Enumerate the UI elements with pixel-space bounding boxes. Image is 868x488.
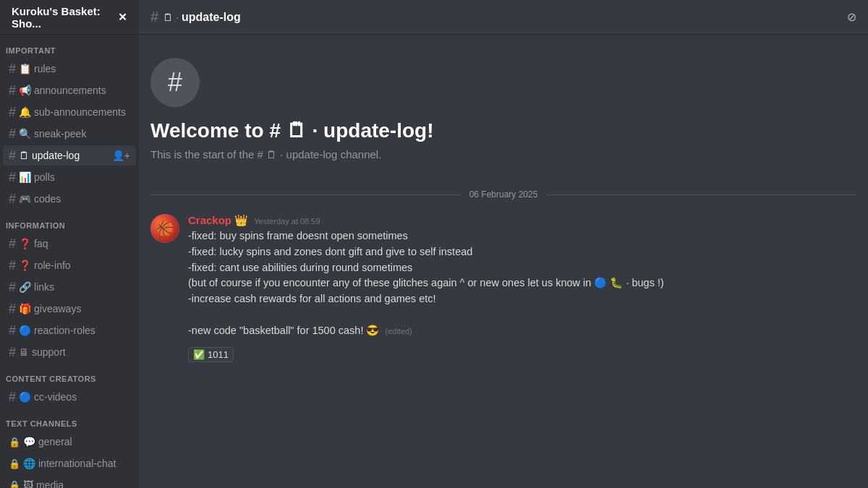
message-author: Crackop 👑 [188,214,248,227]
channel-name: update-log [32,150,112,161]
hash-icon: # [9,345,16,360]
topbar-hash-icon: # [150,9,158,25]
messages-container: # Welcome to # 🗒 · update-log! This is t… [139,35,868,488]
message-header: Crackop 👑 Yesterday at 08:59 [188,214,856,227]
channel-update-log[interactable]: # 🗒 update-log 👤+ [3,145,136,166]
channel-name: polls [34,171,130,183]
topbar-actions: ⊘ [847,10,856,24]
reaction-emoji: ✅ [193,349,205,360]
channel-sneak-peek[interactable]: # 🔍 sneak-peek [3,124,136,144]
category-important: IMPORTANT [0,35,139,58]
lock-icon: 🔒 [9,480,20,489]
edited-label: (edited) [386,327,412,335]
channel-support[interactable]: # 🖥 support [3,342,136,362]
channel-name: sub-announcements [34,106,130,118]
topbar-emoji: 🗒 [163,12,173,23]
channel-name: codes [34,193,130,205]
top-bar: # 🗒 · update-log ⊘ [139,0,868,35]
welcome-icon: # [150,58,200,107]
avatar-image: 🏀 [150,214,179,243]
channel-codes[interactable]: # 🎮 codes [3,189,136,209]
channel-announcements[interactable]: # 📢 announcements [3,80,136,100]
message-text: -fixed: buy spins frame doesnt open some… [188,228,856,338]
topbar-channel-name: update-log [182,11,241,24]
server-name: Kuroku's Basket: Sho... [12,5,118,30]
date-divider: 06 February 2025 [139,184,868,205]
channel-name: rules [34,63,112,74]
welcome-subtitle: This is the start of the # 🗒 · update-lo… [150,148,381,160]
hash-icon: # [9,148,16,163]
strikethrough-icon[interactable]: ⊘ [847,11,856,23]
channel-name: links [34,281,130,293]
channel-name: announcements [34,85,130,96]
channel-name: cc-videos [34,391,130,403]
lock-icon: 🔒 [9,458,20,469]
channel-giveaways[interactable]: # 🎁 giveaways [3,299,136,319]
category-text-channels: TEXT CHANNELS [0,408,139,431]
hash-icon: # [9,105,16,120]
channel-name: sneak-peek [34,128,130,140]
channel-name: international-chat [38,458,130,469]
category-information: INFORMATION [0,210,139,233]
message-timestamp: Yesterday at 08:59 [254,217,320,226]
channel-name: faq [34,238,130,249]
hash-icon: # [9,258,16,273]
category-content-creators: CONTENT CREATORS [0,363,139,386]
reaction-count: 1011 [208,349,229,360]
welcome-title: Welcome to # 🗒 · update-log! [150,119,434,142]
hash-icon: # [9,192,16,207]
message-content: Crackop 👑 Yesterday at 08:59 -fixed: buy… [188,214,856,362]
channel-sub-announcements[interactable]: # 🔔 sub-announcements [3,102,136,122]
channel-welcome: # Welcome to # 🗒 · update-log! This is t… [139,46,868,178]
channel-rules[interactable]: # 📋 rules 👤+ [3,59,136,79]
main-content: # 🗒 · update-log ⊘ # Welcome to # 🗒 · up… [139,0,868,488]
channel-name: reaction-roles [34,325,130,336]
lock-icon: 🔒 [9,437,20,448]
channel-faq[interactable]: # ❓ faq [3,234,136,254]
server-dropdown-icon[interactable]: ✕ [118,11,127,24]
channel-links[interactable]: # 🔗 links [3,277,136,297]
channel-media[interactable]: 🔒 🖼 media [3,475,136,488]
hash-icon: # [9,170,16,185]
channel-reaction-roles[interactable]: # 🔵 reaction-roles [3,320,136,341]
add-user-icon: 👤+ [112,150,130,161]
channel-name: media [36,479,130,488]
channel-name: general [38,436,130,448]
channel-international-chat[interactable]: 🔒 🌐 international-chat [3,453,136,474]
server-header[interactable]: Kuroku's Basket: Sho... ✕ [0,0,139,35]
sidebar: Kuroku's Basket: Sho... ✕ IMPORTANT # 📋 … [0,0,139,488]
hash-icon: # [9,301,16,317]
topbar-separator: · [176,12,179,23]
channel-polls[interactable]: # 📊 polls [3,167,136,187]
hash-icon: # [9,83,16,98]
channel-name: support [32,346,130,358]
message-item: 🏀 Crackop 👑 Yesterday at 08:59 -fixed: b… [139,211,868,365]
avatar: 🏀 [150,214,179,243]
date-text: 06 February 2025 [461,189,547,200]
hash-icon: # [9,61,16,77]
channel-name: giveaways [34,303,130,314]
hash-icon: # [9,236,16,252]
hash-icon: # [9,280,16,295]
hash-icon: # [9,390,16,405]
reactions-container: ✅ 1011 [188,343,856,362]
channel-general[interactable]: 🔒 💬 general [3,432,136,452]
reaction-checkmark[interactable]: ✅ 1011 [188,347,234,362]
channel-name: role-info [34,260,130,271]
hash-icon: # [9,323,16,338]
channel-role-info[interactable]: # ❓ role-info [3,255,136,275]
hash-icon: # [9,127,16,142]
channel-cc-videos[interactable]: # 🔵 cc-videos [3,387,136,407]
